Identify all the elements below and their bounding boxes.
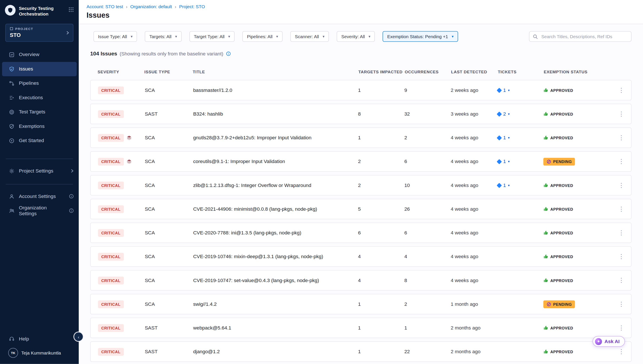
filters: Issue Type: All ▾ Targets: All ▾ Target … bbox=[94, 31, 458, 42]
ticket-link[interactable]: 1 ▾ bbox=[497, 87, 543, 93]
ticket-link[interactable]: 1 ▾ bbox=[497, 158, 543, 164]
column-header-tickets: TICKETS bbox=[498, 70, 544, 74]
severity-badge: CRITICAL bbox=[98, 348, 124, 356]
ticket-link[interactable]: 2 ▾ bbox=[497, 111, 543, 117]
ticket-link[interactable]: 1 ▾ bbox=[497, 182, 543, 188]
breadcrumb-link-2[interactable]: Project: STO bbox=[179, 4, 205, 9]
sidebar-item-account-settings[interactable]: Account Settings bbox=[0, 189, 79, 204]
issue-title: CVE-2021-44906: minimist@0.0.8 (lang-pkg… bbox=[193, 206, 358, 212]
row-menu-button[interactable]: ⋮ bbox=[615, 348, 627, 355]
jira-icon bbox=[497, 135, 502, 140]
sidebar-item-organization-settings[interactable]: Organization Settings bbox=[0, 204, 79, 218]
issue-type: SCA bbox=[145, 206, 193, 212]
row-menu-button[interactable]: ⋮ bbox=[615, 253, 627, 260]
table-row[interactable]: CRITICAL SCA CVE-2019-10747: set-value@0… bbox=[90, 270, 631, 290]
table-row[interactable]: CRITICAL SCA coreutils@9.1-1: Improper I… bbox=[90, 151, 631, 172]
row-menu-button[interactable]: ⋮ bbox=[615, 229, 627, 236]
table-row[interactable]: CRITICAL SCA CVE-2019-10746: mixin-deep@… bbox=[90, 246, 631, 267]
column-header-severity: SEVERITY bbox=[98, 70, 144, 74]
info-icon bbox=[69, 208, 74, 213]
filter-exemption-status[interactable]: Exemption Status: Pending +1 ▾ bbox=[383, 31, 458, 42]
table-row[interactable]: CRITICAL SAST B324: hashlib 8 32 3 weeks… bbox=[90, 104, 631, 124]
approved-icon bbox=[543, 88, 548, 93]
ticket-link[interactable]: 1 ▾ bbox=[497, 135, 543, 140]
project-selector[interactable]: PROJECT STO bbox=[6, 24, 73, 42]
issue-type: SCA bbox=[145, 87, 193, 93]
row-menu-button[interactable]: ⋮ bbox=[615, 300, 627, 308]
account-settings-icon bbox=[9, 194, 15, 199]
search-input[interactable] bbox=[540, 34, 628, 40]
test-targets-icon bbox=[9, 109, 15, 115]
exemption-status-badge: APPROVED bbox=[543, 348, 576, 356]
sidebar-item-project-settings[interactable]: Project Settings bbox=[0, 164, 79, 178]
sidebar-item-help[interactable]: Help bbox=[0, 332, 79, 346]
sidebar-item-executions[interactable]: Executions bbox=[0, 90, 79, 105]
last-detected: 4 weeks ago bbox=[451, 182, 498, 188]
sidebar-item-exemptions[interactable]: Exemptions bbox=[0, 119, 79, 134]
info-icon[interactable] bbox=[226, 51, 231, 56]
sidebar-item-overview[interactable]: Overview bbox=[0, 48, 79, 62]
issue-title: CVE-2019-10746: mixin-deep@1.3.1 (lang-p… bbox=[193, 254, 358, 260]
table-row[interactable]: CRITICAL SCA CVE-2021-44906: minimist@0.… bbox=[90, 199, 631, 219]
last-detected: 2 months ago bbox=[451, 325, 498, 331]
sidebar-collapse-button[interactable]: ‹ bbox=[74, 332, 83, 341]
row-menu-button[interactable]: ⋮ bbox=[615, 324, 627, 332]
executions-icon bbox=[9, 95, 15, 100]
issue-type: SCA bbox=[145, 254, 193, 260]
filter-pipelines[interactable]: Pipelines: All ▾ bbox=[242, 31, 282, 42]
table-row[interactable]: CRITICAL SAST webpack@5.64.1 1 1 2 month… bbox=[90, 318, 631, 338]
table-row[interactable]: CRITICAL SCA bassmaster//1.2.0 1 9 2 wee… bbox=[90, 80, 631, 100]
filter-severity[interactable]: Severity: All ▾ bbox=[337, 31, 375, 42]
cube-icon bbox=[10, 27, 13, 30]
table-row[interactable]: CRITICAL SCA CVE-2020-7788: ini@1.3.5 (l… bbox=[90, 222, 631, 243]
severity-badge: CRITICAL bbox=[98, 110, 124, 118]
exemptions-icon bbox=[9, 123, 15, 129]
breadcrumb-link-0[interactable]: Account: STO test bbox=[87, 4, 123, 9]
last-detected: 4 weeks ago bbox=[451, 135, 498, 140]
table-row[interactable]: CRITICAL SCA swig//1.4.2 1 2 1 month ago… bbox=[90, 294, 631, 314]
filter-target-type[interactable]: Target Type: All ▾ bbox=[189, 31, 235, 42]
issue-type: SAST bbox=[145, 325, 193, 331]
chevron-down-icon: ▾ bbox=[508, 88, 510, 92]
last-detected: 4 weeks ago bbox=[451, 254, 498, 260]
table-row[interactable]: CRITICAL SCA zlib@1:1.2.13.dfsg-1: Integ… bbox=[90, 175, 631, 196]
issue-type: SCA bbox=[145, 182, 193, 188]
app-title: Security Testing Orchestration bbox=[19, 5, 60, 17]
exemption-status-badge: APPROVED bbox=[543, 324, 576, 332]
exemption-status-badge: PENDING bbox=[543, 158, 575, 166]
sidebar-header: Security Testing Orchestration bbox=[0, 0, 79, 17]
row-menu-button[interactable]: ⋮ bbox=[615, 205, 627, 212]
table-row[interactable]: CRITICAL SAST django@1.2 1 22 2 months a… bbox=[90, 341, 631, 362]
row-menu-button[interactable]: ⋮ bbox=[615, 182, 627, 189]
sidebar-item-issues[interactable]: Issues bbox=[2, 62, 77, 76]
module-grid-icon[interactable] bbox=[68, 5, 74, 14]
ask-ai-button[interactable]: ✦ Ask AI bbox=[592, 336, 625, 346]
row-menu-button[interactable]: ⋮ bbox=[615, 134, 627, 141]
search-icon bbox=[533, 34, 538, 39]
chevron-down-icon: ▾ bbox=[131, 34, 133, 38]
user-profile[interactable]: TK Teja Kummarikuntla bbox=[0, 346, 79, 360]
last-detected: 3 weeks ago bbox=[451, 111, 498, 117]
sidebar-item-test-targets[interactable]: Test Targets bbox=[0, 105, 79, 119]
filter-targets[interactable]: Targets: All ▾ bbox=[145, 31, 182, 42]
severity-badge: CRITICAL bbox=[98, 253, 124, 260]
issue-title: webpack@5.64.1 bbox=[193, 325, 358, 331]
breadcrumb-link-1[interactable]: Organization: default bbox=[130, 4, 172, 9]
search-box[interactable] bbox=[529, 31, 631, 42]
row-menu-button[interactable]: ⋮ bbox=[615, 277, 627, 284]
sidebar-item-get-started[interactable]: Get Started bbox=[0, 134, 79, 148]
occurrences: 22 bbox=[404, 349, 451, 354]
filter-issue-type[interactable]: Issue Type: All ▾ bbox=[94, 31, 137, 42]
filter-scanner[interactable]: Scanner: All ▾ bbox=[290, 31, 329, 42]
sidebar-item-pipelines[interactable]: Pipelines bbox=[0, 76, 79, 90]
row-menu-button[interactable]: ⋮ bbox=[615, 110, 627, 118]
severity-badge: CRITICAL bbox=[98, 300, 124, 308]
sidebar-divider bbox=[6, 158, 73, 159]
issue-type: SCA bbox=[145, 278, 193, 283]
sidebar-nav: Overview Issues Pipelines Executions Tes… bbox=[0, 48, 79, 148]
row-menu-button[interactable]: ⋮ bbox=[615, 158, 627, 165]
row-menu-button[interactable]: ⋮ bbox=[615, 86, 627, 94]
table-row[interactable]: CRITICAL SCA gnutls28@3.7.9-2+deb12u5: I… bbox=[90, 128, 631, 148]
harness-logo-icon[interactable] bbox=[5, 5, 16, 16]
gear-icon bbox=[9, 168, 15, 174]
